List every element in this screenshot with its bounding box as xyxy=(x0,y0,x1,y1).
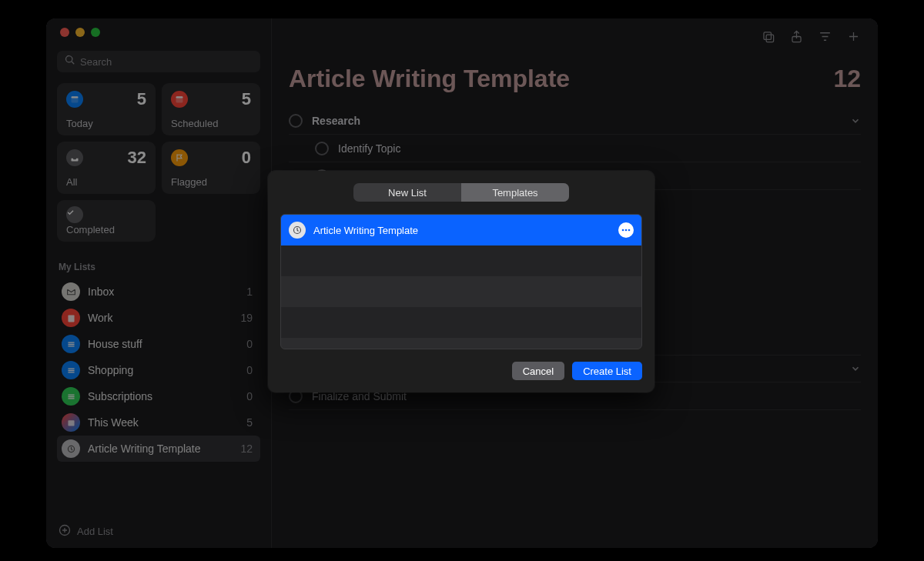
list-count: 0 xyxy=(246,338,253,350)
cancel-button[interactable]: Cancel xyxy=(512,362,564,380)
plus-circle-icon xyxy=(59,524,71,539)
task-row-research[interactable]: Research xyxy=(289,107,861,135)
svg-rect-8 xyxy=(764,32,772,40)
sidebar-list-inbox[interactable]: Inbox 1 xyxy=(57,279,260,305)
share-icon[interactable] xyxy=(789,29,804,47)
svg-rect-3 xyxy=(176,96,183,98)
list-name: Subscriptions xyxy=(88,390,239,402)
my-lists-header: My Lists xyxy=(57,262,260,279)
list-name: Work xyxy=(88,312,233,324)
search-input[interactable] xyxy=(80,56,253,68)
toolbar xyxy=(761,29,861,47)
task-checkbox[interactable] xyxy=(289,114,303,128)
task-title: Identify Topic xyxy=(338,142,400,155)
smart-list-today[interactable]: 5 Today xyxy=(57,83,156,135)
list-count: 0 xyxy=(246,364,253,376)
create-list-button[interactable]: Create List xyxy=(572,362,642,380)
svg-point-12 xyxy=(622,229,624,232)
template-row-empty xyxy=(281,307,641,338)
svg-point-14 xyxy=(628,229,631,232)
svg-rect-4 xyxy=(68,315,74,322)
list-name: Shopping xyxy=(88,364,239,376)
smart-list-flagged[interactable]: 0 Flagged xyxy=(162,142,260,194)
calendar-icon xyxy=(171,91,188,108)
tab-templates[interactable]: Templates xyxy=(461,183,569,202)
flagged-label: Flagged xyxy=(171,176,207,188)
sidebar-list-article-template[interactable]: Article Writing Template 12 xyxy=(57,436,260,462)
window-controls xyxy=(57,28,260,37)
chevron-down-icon[interactable] xyxy=(850,363,861,374)
svg-point-13 xyxy=(625,229,628,232)
plus-icon[interactable] xyxy=(846,29,861,47)
tray-icon xyxy=(66,149,83,166)
zoom-window-button[interactable] xyxy=(91,28,100,37)
checkmark-icon xyxy=(66,206,83,223)
list-name: Inbox xyxy=(88,286,239,298)
list-count: 1 xyxy=(246,286,253,298)
tab-new-list[interactable]: New List xyxy=(353,183,461,202)
smart-list-scheduled[interactable]: 5 Scheduled xyxy=(162,83,260,135)
template-list: Article Writing Template xyxy=(280,214,642,349)
template-row-empty xyxy=(281,276,641,307)
task-title: Research xyxy=(312,115,360,127)
list-count: 19 xyxy=(240,312,253,324)
search-box[interactable] xyxy=(57,51,260,72)
template-row-empty xyxy=(281,245,641,276)
filter-icon[interactable] xyxy=(818,29,832,47)
sheet-buttons: Cancel Create List xyxy=(280,362,642,380)
list-name: Article Writing Template xyxy=(88,442,233,455)
list-count: 12 xyxy=(240,442,253,455)
sidebar-list-this-week[interactable]: This Week 5 xyxy=(57,409,260,436)
new-list-sheet: New List Templates Article Writing Templ… xyxy=(268,171,654,392)
smart-list-all[interactable]: 32 All xyxy=(57,142,156,194)
flag-icon xyxy=(171,149,188,166)
page-count: 12 xyxy=(833,65,861,93)
all-label: All xyxy=(66,176,77,188)
sidebar-list-subscriptions[interactable]: Subscriptions 0 xyxy=(57,383,260,409)
template-name: Article Writing Template xyxy=(313,225,611,236)
page-title: Article Writing Template xyxy=(289,65,570,93)
list-name: House stuff xyxy=(88,338,239,350)
flagged-count: 0 xyxy=(242,148,251,168)
calendar-today-icon xyxy=(66,91,83,108)
svg-rect-1 xyxy=(72,96,79,98)
all-count: 32 xyxy=(128,148,146,168)
today-label: Today xyxy=(66,118,93,129)
chevron-down-icon[interactable] xyxy=(850,115,861,126)
svg-rect-9 xyxy=(766,35,774,42)
completed-label: Completed xyxy=(66,224,146,235)
search-icon xyxy=(65,55,80,68)
sidebar-list-shopping[interactable]: Shopping 0 xyxy=(57,357,260,383)
duplicate-icon[interactable] xyxy=(761,29,775,47)
list-count: 5 xyxy=(246,416,253,429)
close-window-button[interactable] xyxy=(60,28,69,37)
add-list-label: Add List xyxy=(77,526,113,537)
smart-list-completed[interactable]: Completed xyxy=(57,200,156,242)
sidebar: 5 Today 5 Scheduled 32 All xyxy=(46,18,272,548)
sidebar-list-work[interactable]: Work 19 xyxy=(57,305,260,331)
task-checkbox[interactable] xyxy=(315,142,329,155)
smart-lists-grid: 5 Today 5 Scheduled 32 All xyxy=(57,83,260,194)
template-row-selected[interactable]: Article Writing Template xyxy=(281,215,641,245)
list-count: 0 xyxy=(246,390,253,402)
segmented-control: New List Templates xyxy=(353,183,569,202)
template-icon xyxy=(289,222,306,239)
list-name: This Week xyxy=(88,416,239,429)
task-row-identify-topic[interactable]: Identify Topic xyxy=(289,135,861,162)
scheduled-label: Scheduled xyxy=(171,118,218,129)
my-lists: Inbox 1 Work 19 House stuff 0 Shopping 0… xyxy=(57,279,260,462)
page-header: Article Writing Template 12 xyxy=(289,65,861,93)
svg-rect-5 xyxy=(68,420,74,426)
template-more-button[interactable] xyxy=(618,222,634,238)
add-list-button[interactable]: Add List xyxy=(57,515,260,548)
sidebar-list-house[interactable]: House stuff 0 xyxy=(57,331,260,357)
today-count: 5 xyxy=(137,89,146,109)
scheduled-count: 5 xyxy=(242,89,251,109)
minimize-window-button[interactable] xyxy=(75,28,85,37)
